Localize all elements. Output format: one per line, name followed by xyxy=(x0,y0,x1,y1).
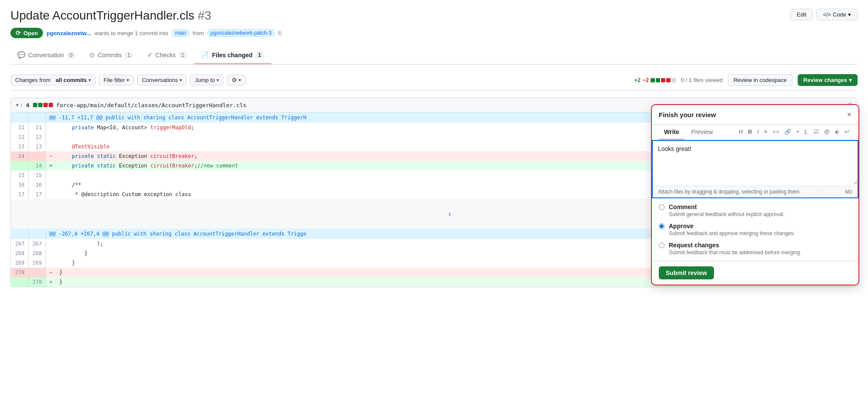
file-change-count: 4 xyxy=(26,102,29,108)
review-changes-arrow: ▾ xyxy=(849,77,852,83)
file-filter-arrow: ▾ xyxy=(127,78,129,82)
conversations-arrow: ▾ xyxy=(180,78,182,82)
conversation-count: 0 xyxy=(67,52,76,59)
popup-footer: Submit review xyxy=(652,261,858,285)
toolbar-attach-btn[interactable]: ⬖ xyxy=(833,128,842,136)
base-branch[interactable]: main xyxy=(172,29,189,37)
diff-sq-red-2 xyxy=(666,78,671,82)
toolbar-link-btn[interactable]: 🔗 xyxy=(782,128,793,136)
pr-meta: Open pgonzaleznetw... wants to merge 1 c… xyxy=(10,28,858,38)
toolbar-mention-btn[interactable]: @ xyxy=(822,128,832,136)
chevron-down-icon: ▾ xyxy=(848,11,851,18)
commits-icon: ⊙ xyxy=(89,51,95,59)
file-sq-green-1 xyxy=(33,103,37,107)
markdown-icon: MD xyxy=(845,189,852,194)
files-changed-icon: 📄 xyxy=(201,51,209,59)
pr-author[interactable]: pgonzaleznetw... xyxy=(46,30,91,36)
edit-button[interactable]: Edit xyxy=(790,9,813,20)
tab-files-changed[interactable]: 📄 Files changed 1 xyxy=(194,47,271,64)
changes-from-button[interactable]: Changes from all commits ▾ xyxy=(10,75,95,85)
file-sq-green-2 xyxy=(38,103,43,107)
toolbar-heading-btn[interactable]: H xyxy=(736,128,745,136)
popup-tab-preview[interactable]: Preview xyxy=(686,125,718,140)
option-approve[interactable]: Approve Submit feedback and approve merg… xyxy=(659,223,852,236)
pr-title: Update AccountTriggerHandler.cls #3 xyxy=(10,9,858,23)
toolbar-bold-btn[interactable]: B xyxy=(746,128,754,136)
popup-header: Finish your review × xyxy=(652,105,858,125)
files-changed-count: 1 xyxy=(255,52,264,59)
files-viewed: 0 / 1 files viewed xyxy=(681,77,723,83)
checks-count: 1 xyxy=(178,52,187,59)
diff-sq-gray xyxy=(671,78,676,82)
head-branch[interactable]: pgonzaleznetwork-patch-3 xyxy=(207,29,275,37)
file-filter-button[interactable]: File filter ▾ xyxy=(99,75,134,85)
toolbar-ordered-list-btn[interactable]: 1. xyxy=(802,128,811,136)
option-request-changes[interactable]: Request changes Submit feedback that mus… xyxy=(659,242,852,256)
diff-sq-green-2 xyxy=(656,78,660,82)
diff-stat: +2 −2 xyxy=(634,77,676,83)
popup-close-button[interactable]: × xyxy=(847,110,852,119)
approve-radio[interactable] xyxy=(659,223,664,229)
file-sq-red-2 xyxy=(49,103,53,107)
gear-icon: ⚙ xyxy=(232,77,237,83)
file-toggle[interactable]: ▾ ↕ xyxy=(16,102,23,108)
review-textarea[interactable]: Looks great! xyxy=(653,141,858,184)
review-options: Comment Submit general feedback without … xyxy=(652,198,858,261)
popup-tabs: Write Preview H B I ≡ <> 🔗 • 1. ☑ @ ⬖ ↩ xyxy=(652,125,858,140)
copy-branch-icon[interactable]: ⎘ xyxy=(278,30,282,36)
diff-sq-red-1 xyxy=(661,78,665,82)
toolbar-code-btn[interactable]: <> xyxy=(770,128,781,136)
settings-arrow: ▾ xyxy=(239,78,241,82)
jump-to-button[interactable]: Jump to ▾ xyxy=(190,75,224,85)
toolbar-task-list-btn[interactable]: ☑ xyxy=(812,128,821,136)
pr-tabs: 💬 Conversation 0 ⊙ Commits 1 ✓ Checks 1 … xyxy=(10,47,858,65)
diff-sq-green-1 xyxy=(651,78,655,82)
conversations-button[interactable]: Conversations ▾ xyxy=(137,75,187,85)
tab-conversation[interactable]: 💬 Conversation 0 xyxy=(10,47,82,64)
toolbar-list-btn[interactable]: ≡ xyxy=(762,128,770,136)
commits-count: 1 xyxy=(124,52,133,59)
toolbar-unordered-list-btn[interactable]: • xyxy=(794,128,801,136)
submit-review-button[interactable]: Submit review xyxy=(659,266,714,279)
diff-toolbar: Changes from all commits ▾ File filter ▾… xyxy=(10,70,858,91)
comment-radio[interactable] xyxy=(659,204,664,210)
popup-title: Finish your review xyxy=(659,111,716,118)
conversation-icon: 💬 xyxy=(17,51,26,59)
review-popup: Finish your review × Write Preview H B I… xyxy=(651,104,859,285)
toolbar-undo-btn[interactable]: ↩ xyxy=(842,128,852,136)
tab-commits[interactable]: ⊙ Commits 1 xyxy=(82,47,140,64)
toolbar-italic-btn[interactable]: I xyxy=(755,128,761,136)
review-changes-button[interactable]: Review changes ▾ xyxy=(798,74,858,86)
code-button[interactable]: </> Code ▾ xyxy=(816,9,858,20)
expand-icon: ↕ xyxy=(448,211,451,217)
option-comment[interactable]: Comment Submit general feedback without … xyxy=(659,203,852,217)
popup-tab-write[interactable]: Write xyxy=(659,125,684,140)
jump-to-arrow: ▾ xyxy=(217,78,219,82)
attach-hint: Attach files by dragging & dropping, sel… xyxy=(653,186,858,197)
review-in-codespace-button[interactable]: Review in codespace xyxy=(728,74,792,86)
tab-checks[interactable]: ✓ Checks 1 xyxy=(140,47,194,64)
textarea-wrap: Looks great! Attach files by dragging & … xyxy=(652,140,858,198)
pr-status-badge: Open xyxy=(10,28,43,38)
settings-button[interactable]: ⚙ ▾ xyxy=(227,75,246,85)
file-sq-red-1 xyxy=(43,103,48,107)
changes-from-arrow: ▾ xyxy=(89,78,91,82)
checks-icon: ✓ xyxy=(147,51,153,59)
code-icon: </> xyxy=(823,11,831,18)
request-changes-radio[interactable] xyxy=(659,243,664,248)
